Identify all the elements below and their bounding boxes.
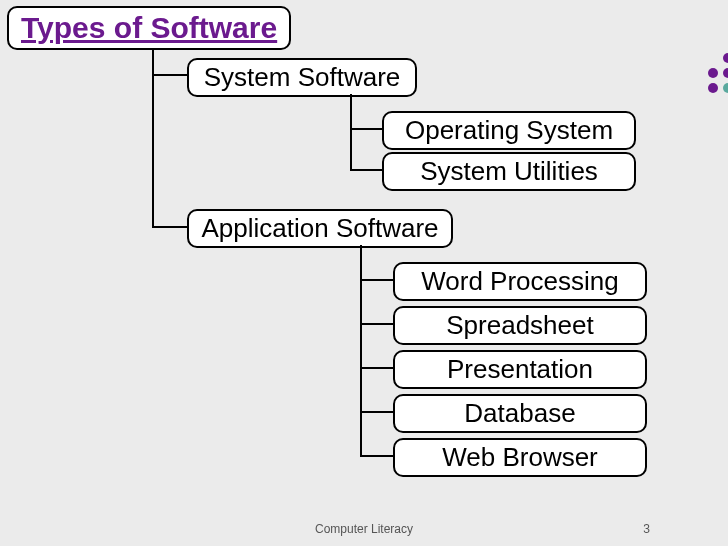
connector — [152, 226, 188, 228]
connector — [350, 94, 352, 171]
node-web-browser: Web Browser — [393, 438, 647, 477]
node-database: Database — [393, 394, 647, 433]
node-presentation: Presentation — [393, 350, 647, 389]
node-word-processing: Word Processing — [393, 262, 647, 301]
title-node: Types of Software — [7, 6, 291, 50]
node-application-software: Application Software — [187, 209, 453, 248]
connector — [360, 411, 394, 413]
connector — [152, 74, 188, 76]
connector — [350, 128, 383, 130]
connector — [360, 455, 394, 457]
node-operating-system: Operating System — [382, 111, 636, 150]
connector — [360, 323, 394, 325]
footer-subject: Computer Literacy — [315, 522, 413, 536]
connector — [350, 169, 383, 171]
connector — [360, 245, 362, 457]
connector — [360, 367, 394, 369]
connector — [360, 279, 394, 281]
node-system-software: System Software — [187, 58, 417, 97]
node-system-utilities: System Utilities — [382, 152, 636, 191]
node-spreadsheet: Spreadsheet — [393, 306, 647, 345]
footer-page-number: 3 — [643, 522, 650, 536]
